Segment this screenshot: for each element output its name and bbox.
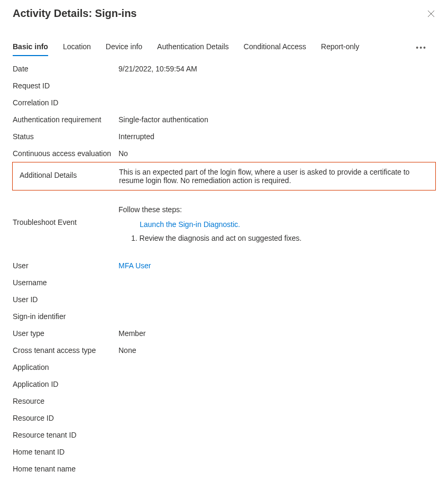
row-signin-identifier: Sign-in identifier: [13, 308, 435, 325]
value-cross-tenant: None: [118, 346, 435, 355]
row-user-type: User type Member: [13, 325, 435, 342]
spacer: [13, 190, 435, 201]
label-resource-tenant-id: Resource tenant ID: [13, 431, 118, 439]
row-resource: Resource: [13, 393, 435, 410]
spacer: [13, 247, 435, 257]
tab-conditional-access[interactable]: Conditional Access: [244, 39, 306, 56]
label-cross-tenant: Cross tenant access type: [13, 346, 118, 355]
label-username: Username: [13, 278, 118, 287]
row-user: User MFA User: [13, 257, 435, 274]
tab-bar: Basic info Location Device info Authenti…: [0, 39, 448, 56]
close-button[interactable]: [427, 10, 435, 18]
label-user-type: User type: [13, 329, 118, 338]
tab-location[interactable]: Location: [63, 39, 91, 56]
tab-report-only[interactable]: Report-only: [321, 39, 359, 56]
row-client-app: Client app: [13, 477, 435, 481]
label-correlation-id: Correlation ID: [13, 98, 118, 107]
value-additional-details: This is an expected part of the login fl…: [119, 168, 428, 185]
troubleshoot-block: Follow these steps: Launch the Sign-in D…: [118, 205, 435, 242]
panel-header: Activity Details: Sign-ins: [0, 0, 448, 24]
row-cae: Continuous access evaluation No: [13, 145, 435, 162]
row-user-id: User ID: [13, 291, 435, 308]
row-correlation-id: Correlation ID: [13, 94, 435, 111]
label-home-tenant-id: Home tenant ID: [13, 448, 118, 456]
label-cae: Continuous access evaluation: [13, 149, 118, 158]
label-user: User: [13, 261, 118, 270]
label-resource-id: Resource ID: [13, 414, 118, 422]
label-signin-identifier: Sign-in identifier: [13, 312, 118, 321]
row-resource-id: Resource ID: [13, 410, 435, 426]
label-auth-requirement: Authentication requirement: [13, 115, 118, 124]
row-cross-tenant: Cross tenant access type None: [13, 342, 435, 359]
row-username: Username: [13, 274, 435, 291]
row-troubleshoot: Troubleshoot Event Follow these steps: L…: [13, 201, 435, 247]
label-troubleshoot: Troubleshoot Event: [13, 205, 118, 226]
tab-authentication-details[interactable]: Authentication Details: [157, 39, 228, 56]
value-status: Interrupted: [118, 132, 435, 141]
row-request-id: Request ID: [13, 77, 435, 94]
label-user-id: User ID: [13, 295, 118, 304]
row-application-id: Application ID: [13, 376, 435, 393]
row-status: Status Interrupted: [13, 128, 435, 145]
highlight-additional-details: Additional Details This is an expected p…: [12, 162, 436, 190]
content-scroll[interactable]: Basic info Location Device info Authenti…: [0, 32, 448, 481]
value-cae: No: [118, 149, 435, 158]
details-section: Date 9/21/2022, 10:59:54 AM Request ID C…: [0, 56, 448, 481]
label-application-id: Application ID: [13, 380, 118, 388]
label-request-id: Request ID: [13, 81, 118, 90]
ellipsis-icon: •••: [416, 43, 427, 52]
label-application: Application: [13, 363, 118, 371]
row-home-tenant-name: Home tenant name: [13, 460, 435, 477]
row-application: Application: [13, 359, 435, 376]
row-auth-requirement: Authentication requirement Single-factor…: [13, 111, 435, 128]
launch-diagnostic-link[interactable]: Launch the Sign-in Diagnostic.: [140, 220, 435, 229]
row-additional-details: Additional Details This is an expected p…: [13, 162, 435, 190]
tab-basic-info[interactable]: Basic info: [13, 39, 48, 56]
value-user-type: Member: [118, 329, 435, 338]
tab-device-info[interactable]: Device info: [106, 39, 142, 56]
row-date: Date 9/21/2022, 10:59:54 AM: [13, 60, 435, 77]
row-resource-tenant-id: Resource tenant ID: [13, 426, 435, 443]
label-date: Date: [13, 65, 118, 73]
row-home-tenant-id: Home tenant ID: [13, 443, 435, 460]
label-additional-details: Additional Details: [20, 168, 119, 179]
close-icon: [427, 10, 435, 17]
user-link[interactable]: MFA User: [118, 261, 151, 270]
value-auth-requirement: Single-factor authentication: [118, 115, 435, 124]
page-title: Activity Details: Sign-ins: [13, 7, 137, 20]
label-resource: Resource: [13, 397, 118, 405]
tabs-more-button[interactable]: •••: [414, 43, 429, 52]
activity-details-panel: Activity Details: Sign-ins Basic info Lo…: [0, 0, 448, 481]
troubleshoot-intro: Follow these steps:: [118, 205, 435, 214]
troubleshoot-step-1: 1. Review the diagnosis and act on sugge…: [131, 234, 435, 242]
value-date: 9/21/2022, 10:59:54 AM: [118, 65, 435, 73]
label-home-tenant-name: Home tenant name: [13, 465, 118, 473]
label-status: Status: [13, 132, 118, 141]
